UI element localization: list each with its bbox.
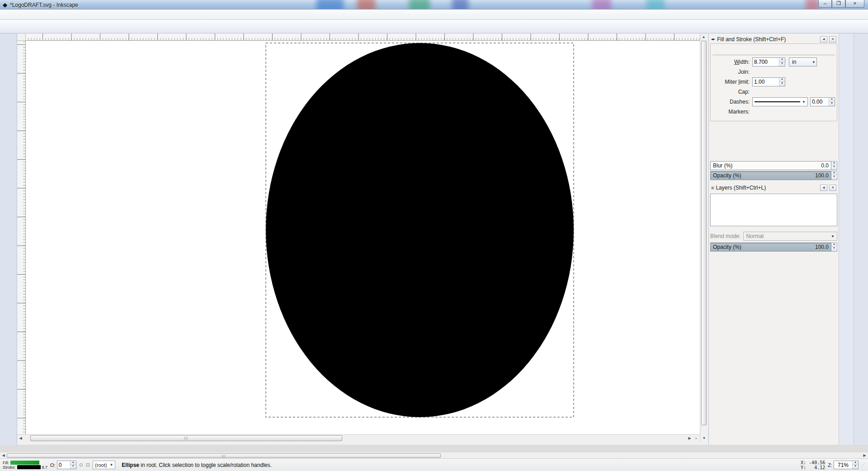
miter-limit-field[interactable]: ▲▼	[752, 77, 785, 86]
layer-opacity-spinner[interactable]: ▲▼	[831, 243, 837, 252]
stroke-width-readout: 8.7	[42, 465, 48, 470]
scroll-right-arrow[interactable]: ▶	[686, 435, 693, 442]
dash-offset-field[interactable]: ▲▼	[810, 97, 835, 106]
horizontal-scroll-thumb[interactable]: |||	[30, 435, 342, 441]
blur-spinner[interactable]: ▲▼	[831, 161, 837, 170]
join-label: Join:	[712, 69, 752, 75]
layers-list[interactable]	[710, 194, 837, 226]
miter-limit-label: Miter limit:	[712, 79, 752, 85]
horizontal-scrollbar[interactable]: ◀ ||| ▶ ▸	[17, 434, 700, 442]
zoom-spinner[interactable]: ▲▼	[852, 461, 858, 469]
window-title: *LogoDRAFT.svg - Inkscape	[10, 2, 78, 8]
green-pupil-ellipse[interactable]	[393, 169, 445, 288]
inkscape-window: ◆ *LogoDRAFT.svg - Inkscape – ❐ × ▲ ▼ ◀	[0, 0, 868, 471]
canvas[interactable]	[26, 41, 700, 434]
resize-grip[interactable]: ⋰	[861, 463, 865, 467]
horizontal-ruler[interactable]	[26, 33, 700, 41]
layer-buttons	[710, 228, 837, 230]
toolbox	[0, 33, 17, 445]
snap-controls-bar	[854, 33, 868, 445]
blur-slider[interactable]: Blur (%) 0.0	[710, 161, 831, 170]
blend-mode-label: Blend mode:	[710, 233, 741, 239]
dock-close-button[interactable]: ✕	[829, 36, 836, 43]
layer-opacity-label: Opacity (%)	[713, 244, 741, 250]
current-layer-select[interactable]: (root)▼	[93, 461, 115, 469]
stroke-width-input[interactable]	[753, 58, 779, 66]
object-opacity-slider[interactable]: Opacity (%) 100.0	[710, 171, 831, 180]
layer-opacity-slider[interactable]: Opacity (%) 100.0	[710, 243, 831, 252]
ruler-corner	[17, 33, 26, 41]
object-opacity-value: 100.0	[815, 172, 829, 179]
cap-label: Cap:	[712, 89, 752, 95]
width-label: Width:	[712, 59, 752, 65]
layers-title: Layers (Shift+Ctrl+L)	[716, 185, 818, 191]
stroke-width-spinner[interactable]: ▲▼	[779, 58, 785, 66]
menu-bar	[0, 10, 868, 20]
vertical-scroll-thumb[interactable]	[701, 41, 707, 425]
status-message: Ellipse in root. Click selection to togg…	[118, 462, 798, 468]
layer-lock-icon[interactable]: ⊡	[86, 462, 90, 468]
desktop-blur	[646, 0, 665, 10]
close-button[interactable]: ×	[845, 0, 864, 8]
palette-scrollbar[interactable]: ◀ ||| ▶	[0, 452, 868, 458]
dashes-label: Dashes:	[712, 99, 752, 105]
opacity-spinner[interactable]: ▲▼	[70, 461, 76, 469]
fill-stroke-header: ✒ Fill and Stroke (Shift+Ctrl+F) ◄ ✕	[710, 35, 837, 43]
layers-collapse-button[interactable]: ◄	[820, 185, 827, 191]
palette-scroll-right[interactable]: ▶	[861, 452, 868, 459]
dash-offset-spinner[interactable]: ▲▼	[829, 98, 835, 106]
palette-scroll-left[interactable]: ◀	[0, 452, 7, 459]
dash-solid-line	[755, 101, 800, 102]
desktop-blur	[806, 0, 819, 10]
layers-header-icon: ≡	[711, 185, 714, 190]
vertical-ruler[interactable]	[17, 41, 26, 434]
desktop-blur	[316, 0, 344, 10]
dash-pattern-select[interactable]: ▼	[752, 97, 808, 106]
layer-visibility-icon[interactable]: ⊙	[79, 462, 83, 468]
stroke-width-field[interactable]: ▲▼	[752, 57, 785, 67]
scroll-left-arrow[interactable]: ◀	[17, 435, 24, 442]
dialog-dock: ✒ Fill and Stroke (Shift+Ctrl+F) ◄ ✕ Wid…	[708, 33, 839, 445]
desktop-blur	[409, 0, 430, 10]
fill-stroke-header-icon: ✒	[711, 37, 715, 43]
palette-scroll-thumb[interactable]: |||	[7, 453, 441, 458]
fill-label: Fill:	[3, 461, 9, 465]
desktop-blur	[592, 0, 611, 10]
restore-button[interactable]: ❐	[832, 0, 845, 8]
blend-mode-select[interactable]: Normal▼	[743, 232, 837, 241]
stroke-width-unit-select[interactable]: in▼	[789, 57, 817, 67]
opacity-input[interactable]	[57, 461, 70, 469]
blur-value: 0.0	[821, 162, 829, 169]
zoom-field[interactable]: ▲▼	[834, 461, 859, 469]
layers-header: ≡ Layers (Shift+Ctrl+L) ◄ ✕	[710, 184, 837, 192]
scroll-down-arrow[interactable]: ▼	[701, 435, 708, 441]
miter-limit-spinner[interactable]: ▲▼	[779, 78, 785, 86]
vertical-scrollbar[interactable]: ▲ ▼	[700, 33, 707, 442]
dock-collapse-button[interactable]: ◄	[820, 36, 827, 43]
commands-bar	[839, 33, 854, 445]
opacity-field[interactable]: ▲▼	[57, 461, 76, 469]
drawing-svg[interactable]	[26, 41, 700, 434]
fill-stroke-tabs	[712, 45, 835, 55]
cms-toggle-icon[interactable]: ▸	[693, 435, 700, 442]
minimize-button[interactable]: –	[818, 0, 832, 8]
cursor-x: -40.56	[809, 460, 825, 465]
dash-offset-input[interactable]	[811, 98, 829, 106]
scroll-up-arrow[interactable]: ▲	[700, 33, 707, 40]
stroke-color-swatch[interactable]	[17, 465, 41, 469]
layers-close-button[interactable]: ✕	[829, 185, 836, 191]
blur-label: Blur (%)	[713, 162, 732, 169]
cursor-y: 4.12	[814, 465, 825, 470]
opacity-field-label: O:	[50, 462, 56, 468]
fill-color-swatch[interactable]	[10, 461, 39, 465]
layer-opacity-value: 100.0	[815, 244, 829, 250]
stroke-label: Stroke:	[3, 465, 16, 470]
desktop-blur	[357, 0, 375, 10]
cursor-coordinates: X: -40.56 Y: 4.12	[801, 460, 825, 470]
miter-limit-input[interactable]	[753, 78, 779, 86]
title-bar: ◆ *LogoDRAFT.svg - Inkscape – ❐ ×	[0, 0, 868, 10]
fill-stroke-title: Fill and Stroke (Shift+Ctrl+F)	[717, 36, 818, 43]
zoom-input[interactable]	[834, 461, 852, 469]
object-opacity-spinner[interactable]: ▲▼	[831, 171, 837, 180]
object-opacity-label: Opacity (%)	[713, 172, 741, 179]
